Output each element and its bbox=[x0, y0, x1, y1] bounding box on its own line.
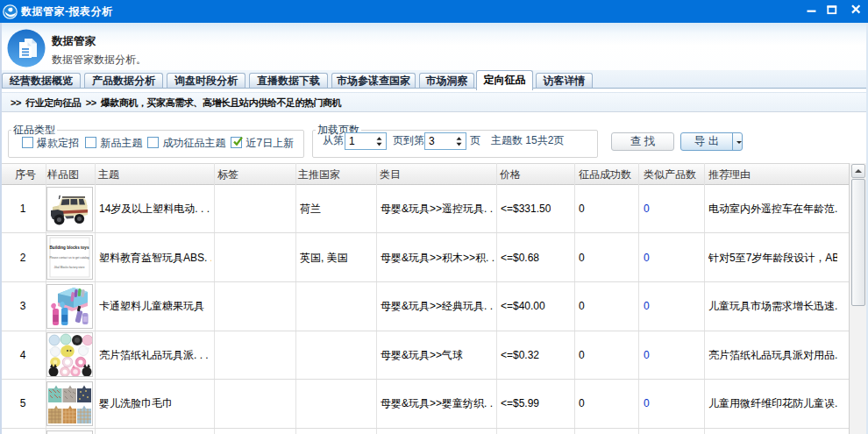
svg-text:Please contact us to get catal: Please contact us to get catalog bbox=[49, 256, 89, 260]
svg-text:Building blocks toys: Building blocks toys bbox=[50, 245, 89, 250]
svg-text:Jilial Blocks factory store: Jilial Blocks factory store bbox=[54, 266, 85, 269]
